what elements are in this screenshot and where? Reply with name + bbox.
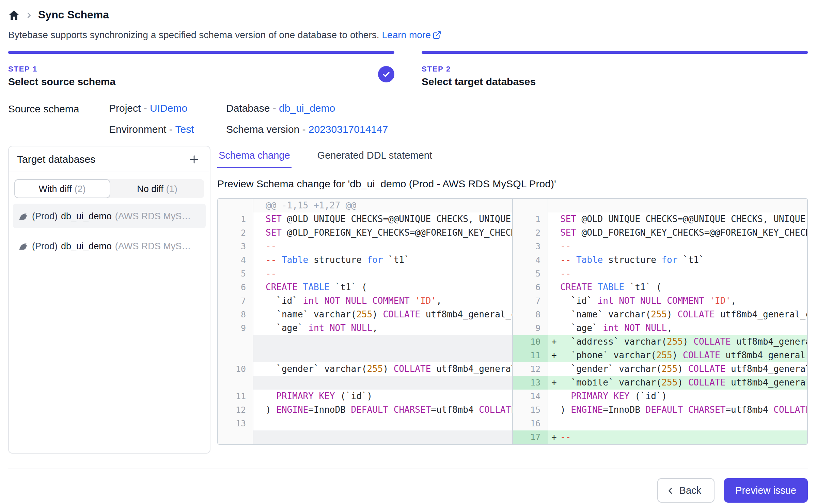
step-2-progress-bar bbox=[422, 51, 808, 54]
diff-code-line: ) ENGINE=InnoDB DEFAULT CHARSET=utf8mb4 … bbox=[253, 403, 513, 417]
tab-with-diff[interactable]: With diff (2) bbox=[14, 179, 110, 198]
diff-added-marker: + bbox=[551, 349, 557, 362]
diff-added-marker: + bbox=[551, 430, 557, 444]
diff-line-number: 7 bbox=[218, 294, 253, 308]
diff-line-number bbox=[218, 430, 253, 444]
diff-code-line: `id` int NOT NULL COMMENT 'ID', bbox=[253, 294, 513, 308]
tab-no-diff-count: (1) bbox=[166, 184, 177, 194]
diff-line-number: 4 bbox=[218, 253, 253, 267]
diff-code-line: -- bbox=[253, 267, 513, 281]
source-schema-section: Source schema Project - UIDemo Database … bbox=[8, 102, 808, 135]
diff-line-number: 6 bbox=[218, 281, 253, 294]
diff-line-number: 4 bbox=[513, 253, 548, 267]
tab-generated-ddl[interactable]: Generated DDL statement bbox=[316, 147, 434, 168]
diff-line-number: 10 bbox=[513, 335, 548, 349]
diff-code-line: SET @OLD_UNIQUE_CHECKS=@@UNIQUE_CHECKS, … bbox=[253, 212, 513, 226]
tab-no-diff[interactable]: No diff (1) bbox=[110, 179, 204, 198]
diff-line-number: 13 bbox=[513, 376, 548, 390]
diff-code-line: -- Table structure for `t1` bbox=[253, 253, 513, 267]
diff-line-number bbox=[218, 376, 253, 390]
back-button[interactable]: Back bbox=[658, 478, 715, 503]
diff-line-number: 10 bbox=[218, 362, 253, 376]
diff-added-marker: + bbox=[551, 335, 557, 349]
diff-hunk-header: @@ -1,15 +1,27 @@ bbox=[253, 199, 513, 212]
add-target-database-button[interactable] bbox=[187, 152, 202, 167]
diff-code-line: PRIMARY KEY (`id`) bbox=[548, 390, 807, 403]
chevron-left-icon bbox=[666, 486, 675, 495]
diff-line-number bbox=[218, 199, 253, 212]
database-field: Database - db_ui_demo bbox=[226, 102, 388, 114]
diff-line-number: 11 bbox=[513, 349, 548, 362]
diff-line-number: 2 bbox=[513, 226, 548, 240]
diff-code-line: `gender` varchar(255) COLLATE utf8mb4_ge… bbox=[548, 362, 807, 376]
diff-code-line: --+ bbox=[548, 430, 807, 444]
target-database-item-2[interactable]: (Prod) db_ui_demo (AWS RDS MyS… bbox=[13, 234, 206, 258]
diff-line-number: 5 bbox=[513, 267, 548, 281]
target-database-item-1[interactable]: (Prod) db_ui_demo (AWS RDS MyS… bbox=[13, 204, 206, 228]
breadcrumb: Sync Schema bbox=[8, 7, 808, 23]
diff-view-tabs: Schema change Generated DDL statement bbox=[217, 146, 808, 168]
diff-line-number: 7 bbox=[513, 294, 548, 308]
diff-line-number: 9 bbox=[218, 321, 253, 335]
diff-line-number: 2 bbox=[218, 226, 253, 240]
diff-code-line bbox=[253, 349, 513, 362]
learn-more-link[interactable]: Learn more bbox=[382, 29, 442, 40]
diff-code-line: -- Table structure for `t1` bbox=[548, 253, 807, 267]
diff-added-marker: + bbox=[551, 376, 557, 390]
main-content: Target databases With diff (2) No diff (… bbox=[8, 146, 808, 454]
diff-code-line: -- bbox=[253, 240, 513, 253]
diff-table[interactable]: @@ -1,15 +1,27 @@1SET @OLD_UNIQUE_CHECKS… bbox=[217, 198, 808, 445]
topbar: Sync Schema Bytebase supports synchroniz… bbox=[0, 0, 816, 40]
diff-code-line: SET @OLD_UNIQUE_CHECKS=@@UNIQUE_CHECKS, … bbox=[548, 212, 807, 226]
step-indicator: STEP 1 Select source schema STEP 2 Selec… bbox=[8, 51, 808, 87]
diff-line-number: 8 bbox=[218, 308, 253, 321]
diff-code-line: CREATE TABLE `t1` ( bbox=[548, 281, 807, 294]
diff-code-line bbox=[253, 430, 513, 444]
diff-line-number: 9 bbox=[513, 321, 548, 335]
home-icon[interactable] bbox=[8, 9, 20, 21]
diff-code-line bbox=[253, 335, 513, 349]
diff-line-number: 15 bbox=[513, 403, 548, 417]
diff-code-line: ) ENGINE=InnoDB DEFAULT CHARSET=utf8mb4 … bbox=[548, 403, 807, 417]
diff-line-number: 12 bbox=[218, 403, 253, 417]
target-database-list: (Prod) db_ui_demo (AWS RDS MyS… (Prod) d… bbox=[9, 198, 210, 264]
tab-schema-change[interactable]: Schema change bbox=[217, 147, 292, 168]
schema-version-label: Schema version - bbox=[226, 123, 305, 135]
db-name: db_ui_demo bbox=[61, 211, 112, 221]
diff-code-line: SET @OLD_FOREIGN_KEY_CHECKS=@@FOREIGN_KE… bbox=[548, 226, 807, 240]
project-field: Project - UIDemo bbox=[109, 102, 226, 114]
diff-code-line bbox=[253, 417, 513, 430]
diff-line-number: 12 bbox=[513, 362, 548, 376]
step-1: STEP 1 Select source schema bbox=[8, 51, 394, 87]
environment-link[interactable]: Test bbox=[175, 123, 194, 135]
diff-line-number: 16 bbox=[513, 417, 548, 430]
step-1-label: STEP 1 bbox=[8, 65, 394, 73]
diff-code-line: CREATE TABLE `t1` ( bbox=[253, 281, 513, 294]
diff-line-number: 1 bbox=[218, 212, 253, 226]
schema-version-link[interactable]: 20230317014147 bbox=[309, 123, 388, 135]
diff-line-number: 8 bbox=[513, 308, 548, 321]
database-link[interactable]: db_ui_demo bbox=[279, 102, 335, 114]
source-schema-fields: Project - UIDemo Database - db_ui_demo E… bbox=[109, 102, 388, 135]
diff-code-line bbox=[253, 376, 513, 390]
diff-line-number: 14 bbox=[513, 390, 548, 403]
diff-code-line: SET @OLD_FOREIGN_KEY_CHECKS=@@FOREIGN_KE… bbox=[253, 226, 513, 240]
diff-code-line: -- bbox=[548, 240, 807, 253]
page-title: Sync Schema bbox=[38, 9, 109, 21]
environment-field: Environment - Test bbox=[109, 123, 226, 135]
page-description: Bytebase supports synchronizing a specif… bbox=[8, 29, 379, 40]
diff-code-line: `age` int NOT NULL, bbox=[253, 321, 513, 335]
db-environment: (Prod) bbox=[32, 211, 58, 221]
diff-code-line bbox=[548, 199, 807, 212]
tab-with-diff-count: (2) bbox=[75, 184, 86, 194]
step-1-title: Select source schema bbox=[8, 76, 394, 87]
db-instance-suffix: (AWS RDS MyS… bbox=[115, 211, 191, 221]
preview-issue-button[interactable]: Preview issue bbox=[724, 478, 808, 503]
diff-line-number: 5 bbox=[218, 267, 253, 281]
schema-version-field: Schema version - 20230317014147 bbox=[226, 123, 388, 135]
project-link[interactable]: UIDemo bbox=[150, 102, 187, 114]
diff-code-line: `phone` varchar(255) COLLATE utf8mb4_gen… bbox=[548, 349, 807, 362]
diff-line-number: 6 bbox=[513, 281, 548, 294]
target-databases-title: Target databases bbox=[17, 153, 95, 165]
step-2-label: STEP 2 bbox=[422, 65, 808, 73]
